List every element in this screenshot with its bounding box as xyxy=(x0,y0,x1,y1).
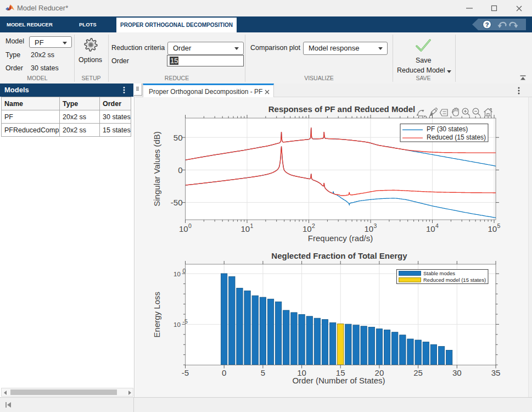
svg-text:25: 25 xyxy=(413,368,423,377)
svg-text:10: 10 xyxy=(426,224,435,233)
svg-text:4: 4 xyxy=(435,222,439,229)
svg-text:Reduced model (15 states): Reduced model (15 states) xyxy=(423,277,486,283)
svg-text:10: 10 xyxy=(241,224,250,233)
svg-text:0: 0 xyxy=(188,222,192,229)
svg-text:2: 2 xyxy=(312,222,315,229)
svg-text:0: 0 xyxy=(178,165,182,175)
svg-text:10: 10 xyxy=(365,224,374,233)
svg-text:?: ? xyxy=(485,21,489,28)
svg-text:Frequency (rad/s): Frequency (rad/s) xyxy=(308,233,373,243)
svg-text:10: 10 xyxy=(173,321,181,328)
svg-text:Neglected Fraction of Total En: Neglected Fraction of Total Energy xyxy=(271,251,407,260)
svg-text:Responses of PF and Reduced Mo: Responses of PF and Reduced Model xyxy=(268,104,416,114)
svg-text:10: 10 xyxy=(303,224,312,233)
svg-text:5: 5 xyxy=(497,222,501,229)
svg-text:35: 35 xyxy=(491,368,501,377)
svg-text:Reduced (15 states): Reduced (15 states) xyxy=(427,133,486,141)
svg-text:Energy Loss: Energy Loss xyxy=(152,292,161,337)
svg-text:30: 30 xyxy=(452,368,462,377)
svg-text:-5: -5 xyxy=(183,318,188,325)
svg-text:Order (Number of States): Order (Number of States) xyxy=(292,376,385,385)
svg-text:0: 0 xyxy=(183,268,186,274)
svg-text:Stable modes: Stable modes xyxy=(423,270,455,276)
svg-text:1: 1 xyxy=(250,222,254,229)
svg-text:PF (30 states): PF (30 states) xyxy=(427,125,468,133)
svg-text:10: 10 xyxy=(173,271,181,277)
svg-text:Singular Values (dB): Singular Values (dB) xyxy=(152,131,161,206)
svg-text:10: 10 xyxy=(488,224,497,233)
svg-text:0: 0 xyxy=(222,368,226,377)
svg-text:-50: -50 xyxy=(171,198,183,207)
svg-text:5: 5 xyxy=(261,368,265,377)
svg-text:10: 10 xyxy=(179,224,188,233)
svg-text:-5: -5 xyxy=(182,368,189,377)
svg-text:50: 50 xyxy=(173,133,183,142)
svg-text:3: 3 xyxy=(374,222,377,229)
